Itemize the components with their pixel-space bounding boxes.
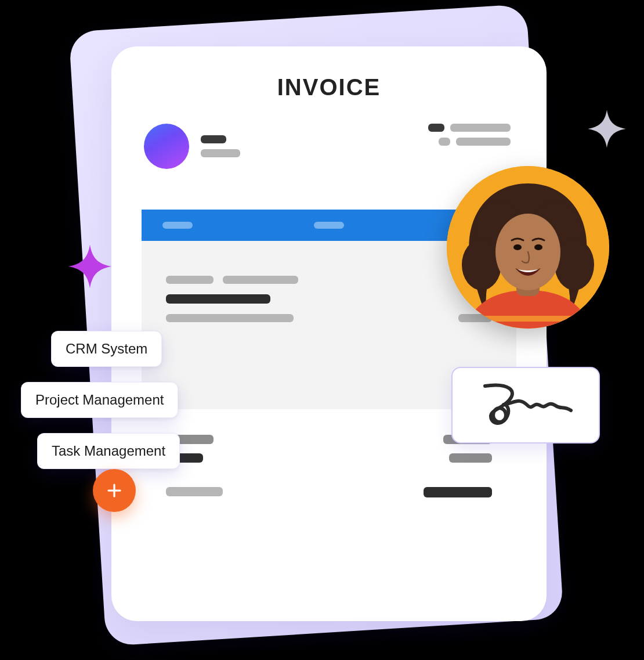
- placeholder-line: [428, 124, 444, 132]
- column-placeholder: [314, 222, 344, 229]
- placeholder-line: [201, 135, 226, 143]
- signature-card[interactable]: [451, 367, 600, 443]
- placeholder-line: [449, 453, 492, 463]
- invoice-card: INVOICE: [111, 46, 547, 621]
- placeholder-line: [450, 124, 511, 132]
- svg-point-10: [493, 408, 506, 422]
- tag-label: Project Management: [35, 392, 164, 407]
- placeholder-line: [456, 138, 511, 146]
- invoice-header: [142, 124, 516, 169]
- sparkle-icon: [67, 244, 113, 289]
- column-placeholder: [162, 222, 193, 229]
- tag-task-management[interactable]: Task Management: [37, 433, 180, 469]
- sender-block: [144, 124, 240, 169]
- placeholder-line: [166, 276, 214, 284]
- company-logo: [144, 124, 189, 169]
- add-button[interactable]: [93, 469, 136, 512]
- sparkle-icon: [587, 109, 627, 149]
- placeholder-line: [166, 487, 223, 496]
- signature-icon: [473, 380, 578, 430]
- plus-icon: [106, 482, 123, 499]
- placeholder-line: [201, 149, 240, 157]
- placeholder-line: [223, 276, 298, 284]
- tag-label: Task Management: [52, 443, 165, 459]
- tag-project-management[interactable]: Project Management: [21, 382, 178, 418]
- svg-point-8: [513, 244, 522, 250]
- placeholder-line: [166, 294, 270, 304]
- placeholder-line: [424, 487, 492, 497]
- tag-label: CRM System: [66, 341, 147, 356]
- recipient-block: [428, 124, 511, 146]
- user-avatar: [447, 166, 609, 329]
- tag-crm-system[interactable]: CRM System: [51, 331, 162, 367]
- svg-point-4: [555, 239, 594, 290]
- svg-point-3: [462, 239, 501, 290]
- placeholder-line: [166, 314, 294, 322]
- svg-point-9: [534, 244, 542, 250]
- invoice-title: INVOICE: [142, 74, 516, 100]
- placeholder-line: [439, 138, 450, 146]
